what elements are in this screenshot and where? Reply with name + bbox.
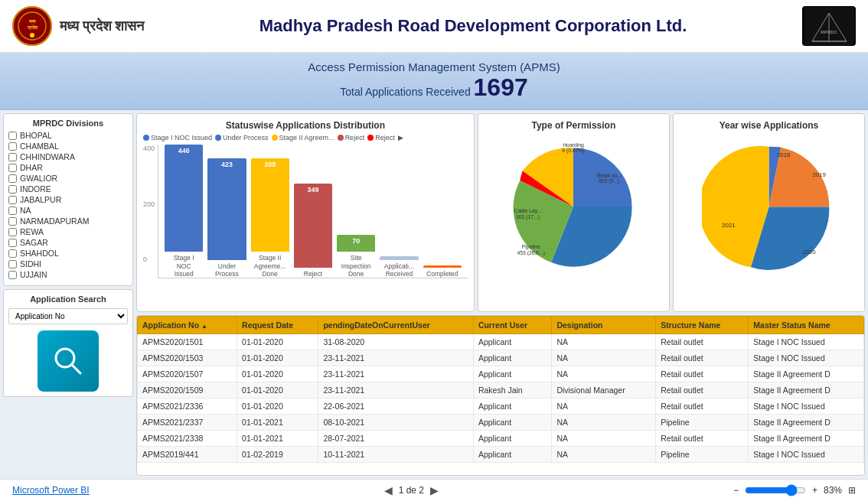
col-master-status[interactable]: Master Status Name xyxy=(749,317,864,334)
table-cell: 01-01-2021 xyxy=(237,415,318,431)
table-cell: Stage II Agreement D xyxy=(749,382,864,399)
table-row[interactable]: APMS2019/44101-02-201910-11-2021Applican… xyxy=(138,447,864,463)
table-cell: 01-01-2020 xyxy=(237,366,318,382)
table-cell: Divisional Manager xyxy=(552,382,656,399)
table-cell: Applicant xyxy=(473,447,552,463)
col-request-date[interactable]: Request Date xyxy=(237,317,318,334)
division-item[interactable]: SIDHI xyxy=(8,259,128,268)
header-left: मध्य प्रदेश मध्य प्रदेश शासन xyxy=(12,6,144,46)
division-item[interactable]: CHAMBAL xyxy=(8,142,128,151)
table-cell: 31-08-2020 xyxy=(318,334,473,350)
search-button[interactable] xyxy=(38,330,99,392)
division-item[interactable]: DHAR xyxy=(8,163,128,172)
table-row[interactable]: APMS2020/150901-01-202023-11-2021Rakesh … xyxy=(138,382,864,399)
table-cell: Pipeline xyxy=(656,415,749,431)
col-designation[interactable]: Designation xyxy=(552,317,656,334)
division-item[interactable]: SHAHDOL xyxy=(8,249,128,258)
plus-zoom[interactable]: + xyxy=(812,485,817,496)
table-cell: APMS2019/441 xyxy=(138,447,237,463)
table-cell: Applicant xyxy=(473,415,552,431)
col-app-no[interactable]: Application No ▲ xyxy=(138,317,237,334)
division-item[interactable]: NA xyxy=(8,206,128,215)
bar-group-6: Applicati...Received xyxy=(380,256,418,278)
divisions-list: BHOPAL CHAMBAL CHHINDWARA DHAR GWALIOR I… xyxy=(8,131,128,279)
table-cell: APMS2021/2337 xyxy=(138,415,237,431)
table-cell: Applicant xyxy=(473,399,552,415)
bar-chart-area: 400 200 0 446 Stage INOCIssued 423 Un xyxy=(143,145,468,278)
table-cell: Pipeline xyxy=(656,447,749,463)
svg-text:मध्य: मध्य xyxy=(28,19,36,24)
table-cell: APMS2020/1501 xyxy=(138,334,237,350)
svg-text:प्रदेश: प्रदेश xyxy=(27,24,38,31)
divisions-panel: MPRDC Divisions BHOPAL CHAMBAL CHHINDWAR… xyxy=(3,113,133,286)
table-body: APMS2020/150101-01-202031-08-2020Applica… xyxy=(138,334,864,463)
bar-group-5: 70 SiteInspectionDone xyxy=(337,235,375,278)
main-title: Madhya Pradesh Road Development Corporat… xyxy=(144,16,802,36)
pie-chart-year: Year wise Applications 2018 xyxy=(673,113,865,312)
table-cell: Applicant xyxy=(473,334,552,350)
power-bi-link[interactable]: Microsoft Power BI xyxy=(12,485,90,496)
division-item[interactable]: JABALPUR xyxy=(8,195,128,204)
zoom-slider[interactable] xyxy=(745,484,806,496)
division-item[interactable]: SAGAR xyxy=(8,238,128,247)
apms-title: Access Permission Management System (APM… xyxy=(8,60,860,73)
fullscreen-icon[interactable]: ⊞ xyxy=(848,485,856,496)
svg-text:453 (26.6...): 453 (26.6...) xyxy=(517,250,546,256)
table-cell: Stage II Agreement D xyxy=(749,366,864,382)
division-item[interactable]: INDORE xyxy=(8,184,128,194)
bar-group-4: 349 Reject xyxy=(294,184,332,278)
col-structure-name[interactable]: Structure Name xyxy=(656,317,749,334)
table-cell: NA xyxy=(552,415,656,431)
division-item[interactable]: NARMADAPURAM xyxy=(8,216,128,226)
table-row[interactable]: APMS2020/150101-01-202031-08-2020Applica… xyxy=(138,334,864,350)
count-number: 1697 xyxy=(474,73,528,101)
svg-line-11 xyxy=(72,365,80,373)
division-item[interactable]: REWA xyxy=(8,227,128,236)
footer-right: − + 83% ⊞ xyxy=(733,484,856,496)
table-cell: 23-11-2021 xyxy=(318,366,473,382)
table-cell: APMS2020/1507 xyxy=(138,366,237,382)
svg-text:8 (0.47%): 8 (0.47%) xyxy=(563,148,585,154)
table-row[interactable]: APMS2021/233601-01-202022-06-2021Applica… xyxy=(138,399,864,415)
table-cell: APMS2020/1503 xyxy=(138,350,237,366)
search-select[interactable]: Application No xyxy=(8,308,128,324)
division-item[interactable]: UJJAIN xyxy=(8,270,128,279)
table-cell: Stage I NOC Issued xyxy=(749,399,864,415)
division-item[interactable]: BHOPAL xyxy=(8,131,128,140)
prev-page-btn[interactable]: ◀ xyxy=(384,484,393,496)
bar-chart-title: Statuswise Applications Distribution xyxy=(143,120,468,131)
table-row[interactable]: APMS2020/150301-01-202023-11-2021Applica… xyxy=(138,350,864,366)
next-page-btn[interactable]: ▶ xyxy=(430,484,439,496)
table-cell: Rakesh Jain xyxy=(473,382,552,399)
table-cell: 23-11-2021 xyxy=(318,350,473,366)
division-item[interactable]: CHHINDWARA xyxy=(8,152,128,161)
minus-zoom[interactable]: − xyxy=(733,485,739,496)
table-row[interactable]: APMS2021/233801-01-202128-07-2021Applica… xyxy=(138,431,864,447)
svg-text:Pipeline: Pipeline xyxy=(522,244,540,250)
table-panel: Application No ▲ Request Date pendingDat… xyxy=(136,315,865,476)
hindi-title: मध्य प्रदेश शासन xyxy=(60,18,144,34)
pie-svg-2: 2018 2019 2020 2021 xyxy=(702,140,836,274)
table-row[interactable]: APMS2020/150701-01-202023-11-2021Applica… xyxy=(138,366,864,382)
col-pending-date[interactable]: pendingDateOnCurrentUser xyxy=(318,317,473,334)
svg-text:2021: 2021 xyxy=(722,221,735,228)
table-cell: APMS2020/1509 xyxy=(138,382,237,399)
header: मध्य प्रदेश मध्य प्रदेश शासन Madhya Prad… xyxy=(0,0,868,53)
legend-item: Reject xyxy=(338,134,365,142)
bar-group-3: 388 Stage IIAgreeme...Done xyxy=(251,158,289,278)
bar-label: SiteInspectionDone xyxy=(341,254,371,278)
col-current-user[interactable]: Current User xyxy=(473,317,552,334)
svg-text:Retail ou...: Retail ou... xyxy=(597,173,622,178)
division-item[interactable]: GWALIOR xyxy=(8,174,128,183)
table-cell: NA xyxy=(552,334,656,350)
bar-chart-legend: Stage I NOC Issued Under Process Stage I… xyxy=(143,134,468,142)
table-cell: NA xyxy=(552,431,656,447)
search-panel: Application Search Application No xyxy=(3,289,133,397)
state-logo: मध्य प्रदेश xyxy=(12,6,52,46)
table-cell: Retail outlet xyxy=(656,382,749,399)
table-cell: Stage II Agreement D xyxy=(749,415,864,431)
charts-row: Statuswise Applications Distribution Sta… xyxy=(136,113,865,312)
table-cell: Applicant xyxy=(473,350,552,366)
table-row[interactable]: APMS2021/233701-01-202108-10-2021Applica… xyxy=(138,415,864,431)
mprdc-logo: MPRDC xyxy=(802,6,856,46)
